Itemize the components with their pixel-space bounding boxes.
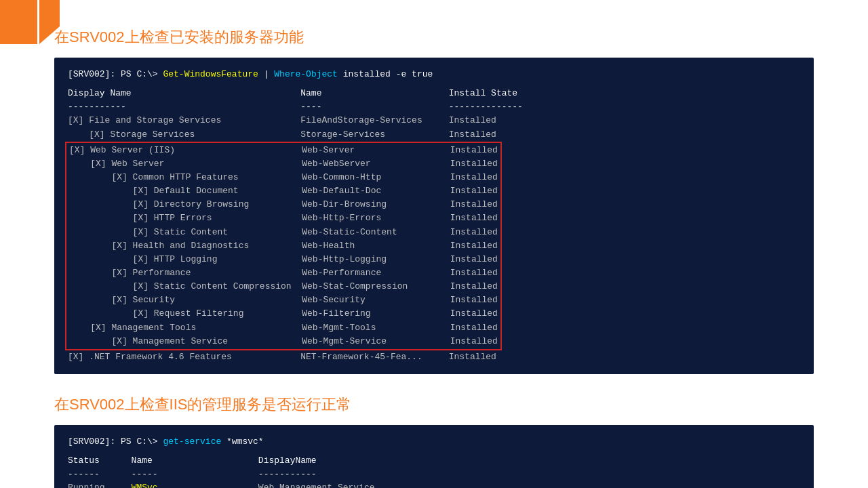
terminal2-get-service: get-service <box>163 436 221 447</box>
deco-top-left <box>0 0 68 47</box>
terminal1-rest: installed -e true <box>338 69 433 79</box>
terminal2-output: Status Name DisplayName ------ ----- ---… <box>68 454 800 488</box>
terminal2-command-line: [SRV002]: PS C:\> get-service *wmsvc* <box>68 435 800 449</box>
terminal1-where: Where-Object <box>274 69 338 79</box>
terminal1-pipe: | <box>258 69 274 79</box>
terminal1-output: Display Name Name Install State --------… <box>68 87 800 364</box>
terminal2-rest: *wmsvc* <box>221 436 263 447</box>
section-title-1: 在SRV002上检查已安装的服务器功能 <box>54 27 814 47</box>
section-title-2: 在SRV002上检查IIS的管理服务是否运行正常 <box>54 394 814 415</box>
terminal-2: [SRV002]: PS C:\> get-service *wmsvc* St… <box>54 425 814 488</box>
terminal-1: [SRV002]: PS C:\> Get-WindowsFeature | W… <box>54 58 814 374</box>
terminal1-prompt: [SRV002]: PS C:\> <box>68 69 163 79</box>
terminal1-get-feature: Get-WindowsFeature <box>163 69 258 79</box>
terminal1-command-line: [SRV002]: PS C:\> Get-WindowsFeature | W… <box>68 68 800 81</box>
terminal2-prompt: [SRV002]: PS C:\> <box>68 436 163 447</box>
